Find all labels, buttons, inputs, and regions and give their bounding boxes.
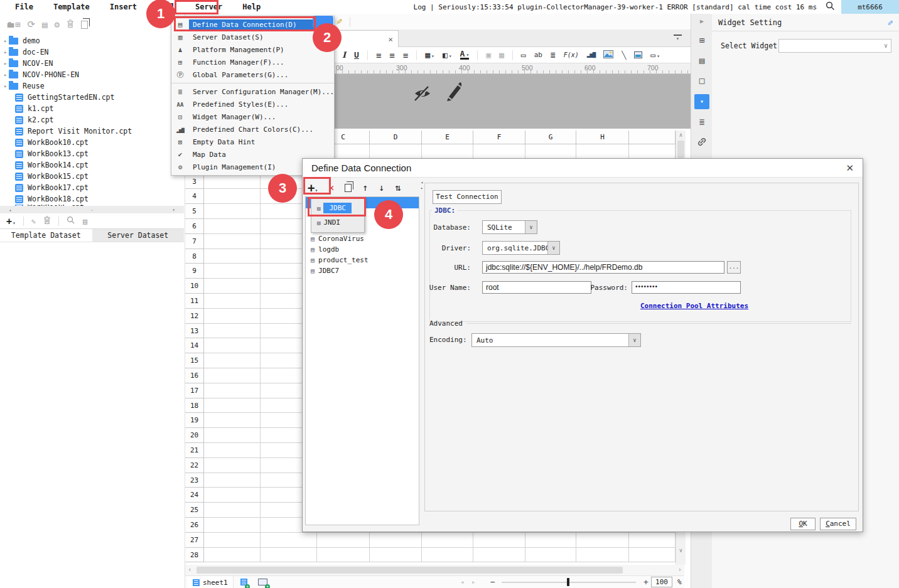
tree-file[interactable]: WorkBook18.cpt xyxy=(0,193,184,205)
condition-attribute-icon[interactable]: ≣ xyxy=(691,117,713,127)
sheet-cell[interactable] xyxy=(629,533,676,548)
row-header[interactable]: 19 xyxy=(185,413,204,428)
pencil-icon[interactable]: ✎ xyxy=(888,18,893,28)
splitter-handle-icon[interactable]: ﹦ xyxy=(90,206,95,213)
shape-icon[interactable]: ▭ xyxy=(650,51,660,59)
tree-file[interactable]: k1.cpt xyxy=(0,103,184,114)
sheet-cell[interactable] xyxy=(204,368,261,383)
sheet-nav-left-icon[interactable]: ◂ xyxy=(460,578,465,586)
tree-folder[interactable]: demo xyxy=(0,35,184,46)
sheet-cell[interactable] xyxy=(204,428,261,443)
row-header[interactable]: 26 xyxy=(185,518,204,533)
connection-pool-link[interactable]: Connection Pool Attributes xyxy=(600,302,789,310)
collapse-down-icon[interactable]: ▾ xyxy=(172,207,175,213)
add-dataset-icon[interactable]: + xyxy=(6,216,16,227)
border-icon[interactable]: ▦ xyxy=(425,51,434,59)
scroll-right-icon[interactable]: › xyxy=(677,565,682,574)
list-splitter-icon[interactable]: ◂▸ xyxy=(419,180,424,195)
multiline-icon[interactable]: ≣ xyxy=(551,51,556,59)
server-menu-item[interactable]: Widget Manager(W)... xyxy=(171,110,334,123)
tree-file[interactable]: k2.cpt xyxy=(0,114,184,126)
sheet-cell[interactable] xyxy=(525,548,576,563)
database-select[interactable]: SQLite∨ xyxy=(482,220,537,234)
row-header[interactable]: 7 xyxy=(185,234,204,249)
float-element-icon[interactable]: □ xyxy=(691,75,713,85)
row-header[interactable]: 22 xyxy=(185,458,204,473)
zoom-in-icon[interactable]: + xyxy=(643,577,649,587)
server-menu-item[interactable]: Function Manager(F)... xyxy=(171,56,334,68)
row-header[interactable]: 21 xyxy=(185,443,204,458)
row-header[interactable]: 4 xyxy=(185,189,204,204)
scroll-up-icon[interactable]: ∧ xyxy=(676,132,686,138)
tree-file[interactable]: Report Visit Monitor.cpt xyxy=(0,126,184,137)
row-header[interactable]: 3 xyxy=(185,174,204,190)
tree-folder[interactable]: Reuse xyxy=(0,80,184,92)
fill-color-icon[interactable]: ◧ xyxy=(443,51,452,59)
row-header[interactable]: 25 xyxy=(185,503,204,518)
server-menu-item[interactable]: Server Configuration Manager(M)... xyxy=(171,85,334,98)
panel-splitter[interactable]: ▴ ﹦ ▾ xyxy=(0,206,184,213)
sheet-cell[interactable] xyxy=(204,324,261,339)
delete-icon[interactable] xyxy=(67,19,74,30)
widget-setting-tab-icon[interactable]: ▾ xyxy=(694,94,709,109)
document-tab[interactable]: × xyxy=(336,30,399,47)
sheet-cell[interactable] xyxy=(204,458,261,473)
vscroll-thumb[interactable] xyxy=(677,141,684,158)
row-header[interactable]: 18 xyxy=(185,398,204,414)
tab-overflow-icon[interactable]: ▾ xyxy=(674,35,682,41)
row-header[interactable]: 11 xyxy=(185,294,204,309)
add-dashboard-sheet-icon[interactable] xyxy=(258,579,267,587)
url-input[interactable]: jdbc:sqlite://${ENV_HOME}/../help/FRDemo… xyxy=(482,261,724,274)
sheet-cell[interactable] xyxy=(370,144,422,159)
tree-file[interactable]: GettingStartedEN.cpt xyxy=(0,92,184,103)
sheet-cell[interactable] xyxy=(204,533,261,548)
sheet-cell[interactable] xyxy=(204,309,261,324)
row-header[interactable]: 28 xyxy=(185,548,204,563)
sheet-cell[interactable] xyxy=(204,279,261,294)
add-menu-item[interactable]: JNDI xyxy=(311,215,364,230)
tree-file[interactable]: WorkBook15.cpt xyxy=(0,171,184,182)
zoom-out-icon[interactable]: − xyxy=(490,577,495,587)
menubar-item[interactable]: Insert xyxy=(105,1,142,13)
chart-icon[interactable]: ▂▅▇ xyxy=(587,52,595,58)
menubar-item[interactable]: Template xyxy=(48,1,95,13)
sheet-cell[interactable] xyxy=(204,413,261,428)
tree-file[interactable]: WorkBook14.cpt xyxy=(0,159,184,171)
move-up-icon[interactable]: ↑ xyxy=(362,182,368,193)
sheet-cell[interactable] xyxy=(204,204,261,219)
username-input[interactable]: root xyxy=(482,281,591,294)
new-folder-icon[interactable]: 🖿​⊞ xyxy=(6,20,20,29)
menubar-item[interactable]: Help xyxy=(237,1,266,13)
row-header[interactable]: 10 xyxy=(185,279,204,294)
horizontal-scrollbar[interactable]: ‹ › xyxy=(185,565,684,575)
char-width-icon[interactable]: ab xyxy=(534,51,542,58)
sheet-cell[interactable] xyxy=(204,353,261,368)
scroll-left-icon[interactable]: ‹ xyxy=(188,565,192,574)
underline-icon[interactable]: U xyxy=(354,51,359,59)
url-browse-button[interactable]: ... xyxy=(727,261,741,274)
zoom-slider-handle[interactable] xyxy=(567,578,569,586)
user-account-badge[interactable]: mt6666 xyxy=(841,0,899,14)
add-report-sheet-icon[interactable] xyxy=(240,579,247,587)
row-header[interactable]: 13 xyxy=(185,324,204,339)
sheet-cell[interactable] xyxy=(204,264,261,279)
ok-button[interactable]: OK xyxy=(790,518,816,530)
insert-widget-icon[interactable] xyxy=(634,51,642,58)
connection-list-item[interactable]: logdb xyxy=(306,244,419,255)
sheet-cell[interactable] xyxy=(629,548,676,563)
server-menu-item[interactable]: Global Parameters(G)... xyxy=(171,68,334,83)
merge-cells-icon[interactable]: ▣ xyxy=(486,51,491,59)
dataset-tab[interactable]: Server Dataset xyxy=(92,229,185,242)
sheet-cell[interactable] xyxy=(204,249,261,264)
tree-file[interactable]: WorkBook13.cpt xyxy=(0,148,184,159)
font-color-icon[interactable]: A xyxy=(460,50,470,60)
sheet-cell[interactable] xyxy=(422,548,473,563)
formula-icon[interactable]: F(x) xyxy=(564,52,579,58)
sheet-cell[interactable] xyxy=(473,533,525,548)
row-header[interactable]: 24 xyxy=(185,488,204,503)
row-header[interactable]: 20 xyxy=(185,428,204,443)
column-header[interactable]: G xyxy=(525,131,576,144)
sheet-cell[interactable] xyxy=(576,533,629,548)
tab-close-icon[interactable]: × xyxy=(388,35,393,44)
settings-gear-icon[interactable]: ⚙ xyxy=(54,20,59,29)
